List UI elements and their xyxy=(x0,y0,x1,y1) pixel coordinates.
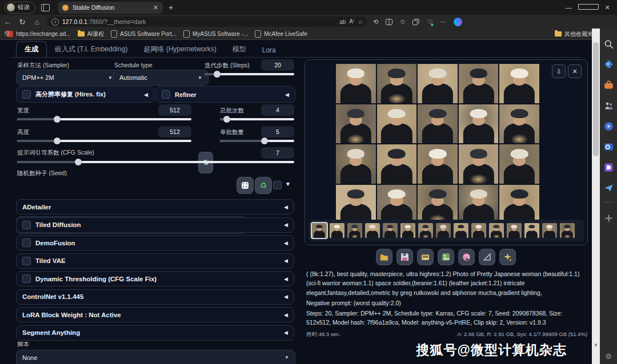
generated-image[interactable] xyxy=(418,104,458,144)
width-slider[interactable] xyxy=(17,118,191,120)
sidebar-settings-gear-icon[interactable]: ⚙ xyxy=(605,352,612,361)
checkbox[interactable] xyxy=(22,90,31,99)
save-zip-button[interactable] xyxy=(417,249,434,265)
cfg-scale-input[interactable]: 7 xyxy=(261,147,294,159)
height-input[interactable]: 512 xyxy=(158,126,191,137)
gallery-thumbnail[interactable] xyxy=(471,223,486,238)
save-button[interactable] xyxy=(396,249,413,265)
download-image-button[interactable]: ⇩ xyxy=(552,64,566,78)
checkbox[interactable] xyxy=(22,274,31,283)
new-tab-button[interactable]: + xyxy=(169,3,173,12)
send-to-extras-button[interactable] xyxy=(479,249,495,265)
refiner-toggle[interactable]: Refiner ◀ xyxy=(155,86,295,103)
tab-generate[interactable]: 生成 xyxy=(16,41,47,57)
steps-slider[interactable] xyxy=(205,73,294,75)
scrollbar-thumb[interactable] xyxy=(593,42,599,156)
generated-image[interactable] xyxy=(377,64,417,103)
gallery-thumbnail[interactable] xyxy=(436,223,451,238)
checkbox[interactable] xyxy=(22,221,31,229)
generated-image[interactable] xyxy=(499,144,539,184)
tab-4[interactable]: Lora xyxy=(254,43,284,57)
generated-image[interactable] xyxy=(336,64,376,103)
generated-image[interactable] xyxy=(459,104,499,144)
browser-essentials-icon[interactable]: ♡ xyxy=(427,18,432,26)
back-button[interactable]: ← xyxy=(0,18,15,26)
accordion-tiled-diffusion[interactable]: Tiled Diffusion◀ xyxy=(16,217,294,233)
accordion-tiled-vae[interactable]: Tiled VAE◀ xyxy=(16,253,294,269)
gallery-thumbnail[interactable] xyxy=(400,223,415,238)
restore-button[interactable] xyxy=(578,4,598,11)
batch-size-input[interactable]: 5 xyxy=(261,126,294,137)
gallery-thumbnail[interactable] xyxy=(454,223,468,238)
hires-fix-toggle[interactable]: 高分辨率修复 (Hires. fix) ◀ xyxy=(16,86,154,103)
random-seed-button[interactable] xyxy=(237,177,254,194)
generated-image[interactable] xyxy=(336,185,376,224)
generated-image[interactable] xyxy=(418,144,458,184)
sidebar-outlook-icon[interactable] xyxy=(604,142,614,152)
accordion-demofusion[interactable]: DemoFusion◀ xyxy=(16,235,294,250)
batch-count-input[interactable]: 4 xyxy=(261,104,294,116)
script-dropdown[interactable]: None ▼ xyxy=(16,350,295,364)
gallery-thumbnail[interactable] xyxy=(330,223,344,238)
gallery-thumbnail[interactable] xyxy=(560,223,575,238)
gallery-thumbnail[interactable] xyxy=(507,223,522,238)
bookmark-item[interactable]: AI课程 xyxy=(78,30,104,38)
minimize-button[interactable]: — xyxy=(559,4,578,11)
generated-image[interactable] xyxy=(499,104,539,144)
bookmark-item[interactable]: McAfee LiveSafe xyxy=(255,30,307,38)
read-aloud-icon[interactable]: A) xyxy=(349,18,354,25)
close-gallery-button[interactable]: ✕ xyxy=(568,64,582,78)
generated-image[interactable] xyxy=(377,185,417,224)
width-input[interactable]: 512 xyxy=(158,104,191,116)
height-slider[interactable] xyxy=(17,140,191,142)
favorite-star-icon[interactable]: ☆ xyxy=(358,19,363,25)
checkbox[interactable] xyxy=(22,238,31,247)
settings-menu-icon[interactable]: ⋯ xyxy=(440,18,446,26)
sync-icon[interactable]: ⟲ xyxy=(373,18,378,26)
tab-3[interactable]: 模型 xyxy=(225,42,254,57)
gallery-thumbnail[interactable] xyxy=(418,223,433,238)
upscale-button[interactable] xyxy=(499,249,516,265)
open-folder-button[interactable] xyxy=(376,249,392,265)
sampler-dropdown[interactable]: DPM++ 2M ▼ xyxy=(16,70,119,86)
accordion-dynamic-thresholding-cfg-scale-fix-[interactable]: Dynamic Thresholding (CFG Scale Fix)◀ xyxy=(16,271,294,286)
sidebar-copilot-play-icon[interactable] xyxy=(604,122,614,131)
cfg-scale-slider[interactable] xyxy=(17,161,294,163)
accordion-controlnet-v1-1-445[interactable]: ControlNet v1.1.445◀ xyxy=(16,289,294,305)
gallery-thumbnail[interactable] xyxy=(347,223,362,238)
generated-image[interactable] xyxy=(459,185,499,224)
generated-image[interactable] xyxy=(377,144,417,184)
gallery-thumbnail[interactable] xyxy=(365,223,380,238)
sidebar-search-icon[interactable] xyxy=(604,39,614,49)
accordion-lora-block-weight-not-active[interactable]: LoRA Block Weight : Not Active◀ xyxy=(16,307,294,322)
generated-image[interactable] xyxy=(377,104,417,144)
other-favorites-button[interactable]: 其他收藏夹 xyxy=(564,30,593,38)
favorites-list-icon[interactable]: ✩ xyxy=(400,18,405,26)
bookmark-item[interactable]: https://exchange.ad... xyxy=(7,31,71,37)
site-info-icon[interactable]: i xyxy=(51,18,59,26)
generated-image[interactable] xyxy=(336,104,376,144)
generated-image[interactable] xyxy=(499,185,539,224)
accordion-adetailer[interactable]: ADetailer◀ xyxy=(16,199,294,215)
gallery-thumbnail[interactable] xyxy=(524,223,539,238)
checkbox[interactable] xyxy=(22,257,31,265)
home-button[interactable]: ⌂ xyxy=(30,18,45,26)
workspaces-icon[interactable] xyxy=(41,4,50,11)
gallery-thumbnail[interactable] xyxy=(312,223,327,238)
gallery-thumbnail[interactable] xyxy=(383,223,398,238)
seed-dropdown-icon[interactable]: ▼ xyxy=(285,181,291,187)
steps-input[interactable]: 20 xyxy=(261,59,294,71)
split-screen-icon[interactable] xyxy=(386,19,392,25)
translate-icon[interactable]: ab xyxy=(339,19,346,25)
sidebar-add-icon[interactable] xyxy=(604,213,614,223)
tab-2[interactable]: 超网络 (Hypernetworks) xyxy=(135,42,224,57)
copilot-icon[interactable] xyxy=(454,18,462,26)
generated-image[interactable] xyxy=(336,144,376,184)
generated-image[interactable] xyxy=(459,64,499,103)
send-to-inpaint-button[interactable] xyxy=(458,249,475,265)
sidebar-drop-icon[interactable] xyxy=(604,183,614,193)
gallery-thumbnail[interactable] xyxy=(542,223,557,238)
refresh-button[interactable]: ↻ xyxy=(15,18,30,26)
bookmark-item[interactable]: ASUS Software Port... xyxy=(111,30,177,38)
tab-close-icon[interactable]: ✕ xyxy=(153,4,158,11)
